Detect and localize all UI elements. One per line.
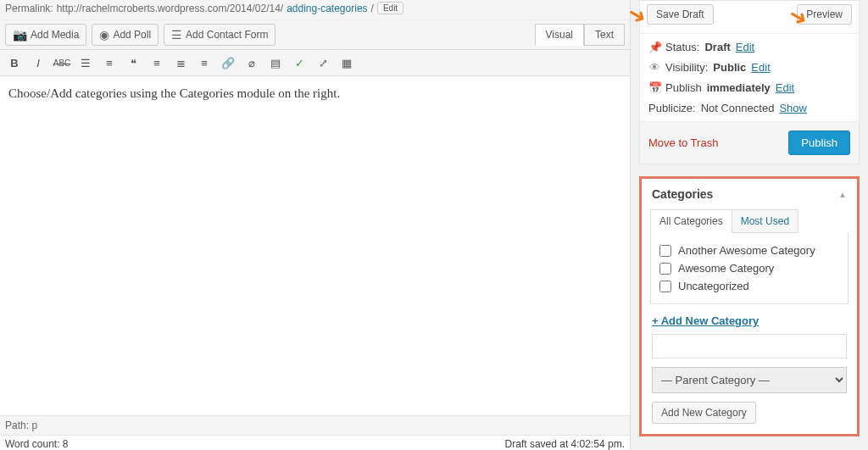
- strike-icon[interactable]: ABC: [53, 53, 71, 72]
- collapse-icon[interactable]: ▲: [838, 190, 847, 199]
- edit-status-link[interactable]: Edit: [736, 41, 754, 53]
- quote-icon[interactable]: ❝: [124, 53, 142, 72]
- word-count-label: Word count:: [5, 438, 59, 450]
- editor-toolbar: B I ABC ☰ ≡ ❝ ≡ ≣ ≡ 🔗 ⌀ ▤ ✓ ⤢ ▦: [0, 50, 630, 76]
- edit-visibility-link[interactable]: Edit: [751, 61, 770, 74]
- add-category-button[interactable]: Add New Category: [652, 402, 756, 424]
- visibility-value: Public: [713, 61, 746, 74]
- tab-visual[interactable]: Visual: [535, 24, 584, 46]
- publicize-value: Not Connected: [701, 102, 775, 114]
- publicize-label: Publicize:: [648, 102, 696, 114]
- status-value: Draft: [704, 41, 730, 53]
- fullscreen-icon[interactable]: ⤢: [314, 53, 332, 72]
- category-item[interactable]: Another Awesome Category: [659, 242, 839, 259]
- permalink-row: Permalink: http://rachelmcroberts.wordpr…: [0, 0, 630, 20]
- status-label: Status:: [665, 41, 699, 53]
- poll-icon: ◉: [99, 28, 109, 42]
- new-category-input[interactable]: [652, 334, 847, 358]
- visibility-label: Visibility:: [665, 61, 708, 74]
- editor-meta: Word count: 8 Draft saved at 4:02:54 pm.: [0, 435, 630, 450]
- publicize-show-link[interactable]: Show: [779, 102, 807, 114]
- categories-box: Categories ▲ All Categories Most Used An…: [639, 176, 860, 436]
- preview-button[interactable]: Preview: [797, 4, 852, 25]
- categories-panel: Another Awesome Category Awesome Categor…: [650, 233, 849, 304]
- categories-title: Categories: [652, 187, 713, 201]
- permalink-url-prefix: http://rachelmcroberts.wordpress.com/201…: [57, 3, 283, 14]
- editor-content[interactable]: Choose/Add categories using the Categori…: [0, 76, 630, 415]
- category-label: Awesome Category: [678, 262, 774, 275]
- add-contact-form-label: Add Contact Form: [186, 29, 268, 41]
- category-checkbox[interactable]: [659, 245, 671, 257]
- tab-text[interactable]: Text: [584, 24, 625, 46]
- align-center-icon[interactable]: ≣: [171, 53, 190, 72]
- category-label: Uncategorized: [678, 280, 749, 292]
- permalink-suffix: /: [371, 3, 374, 14]
- add-poll-button[interactable]: ◉ Add Poll: [92, 24, 159, 46]
- add-media-button[interactable]: 📷 Add Media: [5, 24, 86, 46]
- permalink-slug: adding-categories: [287, 3, 367, 14]
- category-checkbox[interactable]: [659, 281, 671, 292]
- category-label: Another Awesome Category: [678, 244, 815, 257]
- category-item[interactable]: Awesome Category: [659, 259, 839, 277]
- spellcheck-icon[interactable]: ✓: [290, 53, 309, 72]
- permalink-label: Permalink:: [5, 3, 53, 14]
- path-label: Path:: [5, 419, 29, 431]
- add-contact-form-button[interactable]: ☰ Add Contact Form: [164, 24, 275, 46]
- publish-label: Publish: [665, 81, 702, 94]
- publish-box: Save Draft Preview ➜ ➜ 📌 Status: Draft E…: [639, 0, 860, 164]
- tab-all-categories[interactable]: All Categories: [650, 209, 732, 233]
- category-checkbox[interactable]: [659, 263, 671, 275]
- link-icon[interactable]: 🔗: [219, 53, 237, 72]
- add-poll-label: Add Poll: [113, 29, 151, 41]
- publish-button[interactable]: Publish: [788, 131, 850, 155]
- align-right-icon[interactable]: ≡: [195, 53, 214, 72]
- ul-icon[interactable]: ☰: [76, 53, 95, 72]
- content-text: Choose/Add categories using the Categori…: [8, 86, 340, 100]
- form-icon: ☰: [171, 28, 182, 42]
- pin-icon: 📌: [648, 41, 660, 53]
- add-media-label: Add Media: [31, 29, 79, 41]
- add-category-link[interactable]: + Add New Category: [652, 314, 847, 327]
- editor-path: Path: p: [0, 415, 630, 435]
- word-count-value: 8: [63, 438, 69, 450]
- camera-music-icon: 📷: [13, 28, 27, 42]
- move-to-trash-link[interactable]: Move to Trash: [648, 136, 718, 149]
- ol-icon[interactable]: ≡: [100, 53, 119, 72]
- calendar-icon: 📅: [648, 81, 660, 94]
- publish-value: immediately: [707, 81, 771, 94]
- eye-icon: 👁: [648, 61, 660, 74]
- edit-slug-button[interactable]: Edit: [377, 2, 403, 14]
- save-draft-button[interactable]: Save Draft: [647, 4, 714, 25]
- parent-category-select[interactable]: — Parent Category —: [652, 367, 847, 393]
- align-left-icon[interactable]: ≡: [147, 53, 166, 72]
- path-value: p: [31, 419, 37, 431]
- more-icon[interactable]: ▤: [266, 53, 285, 72]
- italic-icon[interactable]: I: [29, 53, 47, 72]
- edit-schedule-link[interactable]: Edit: [776, 81, 794, 94]
- kitchensink-icon[interactable]: ▦: [337, 53, 356, 72]
- save-status: Draft saved at 4:02:54 pm.: [505, 438, 625, 450]
- media-row: 📷 Add Media ◉ Add Poll ☰ Add Contact For…: [0, 20, 630, 50]
- bold-icon[interactable]: B: [5, 53, 24, 72]
- category-item[interactable]: Uncategorized: [659, 277, 839, 295]
- unlink-icon[interactable]: ⌀: [242, 53, 261, 72]
- tab-most-used[interactable]: Most Used: [732, 209, 798, 233]
